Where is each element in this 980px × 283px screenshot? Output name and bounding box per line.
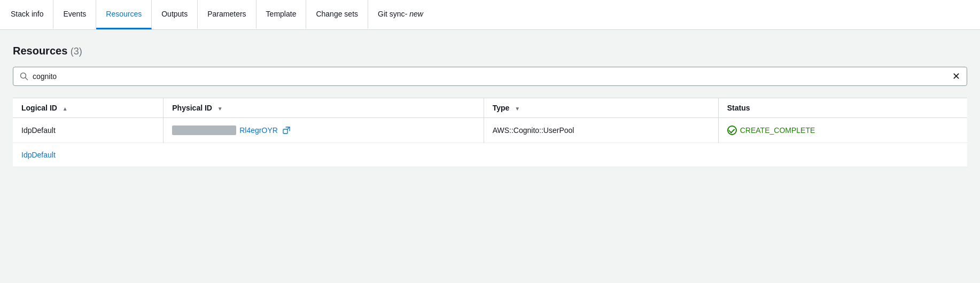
partial-row-cell: IdpDefault [13,143,967,167]
tab-parameters[interactable]: Parameters [198,0,256,29]
tab-events-label: Events [63,10,86,18]
search-icon [20,72,28,81]
tab-bar: Stack info Events Resources Outputs Para… [0,0,980,30]
tab-change-sets[interactable]: Change sets [306,0,368,29]
col-type: Type ▼ [484,98,718,118]
tab-stack-info[interactable]: Stack info [11,0,53,29]
tab-outputs[interactable]: Outputs [152,0,198,29]
col-status: Status [718,98,967,118]
tab-events[interactable]: Events [53,0,96,29]
section-count: (3) [71,46,82,57]
cell-physical-id: Rl4egrOYR [164,118,484,143]
cell-logical-id: IdpDefault [13,118,164,143]
svg-line-3 [287,128,289,130]
clear-search-icon[interactable]: ✕ [952,70,960,82]
tab-template-label: Template [266,10,297,18]
table-header-row: Logical ID ▲ Physical ID ▼ Type ▼ Status [13,98,967,118]
tab-git-sync-label: Git sync [378,10,405,18]
physical-id-link[interactable]: Rl4egrOYR [239,126,278,135]
status-complete-icon [727,125,737,135]
svg-rect-2 [283,129,287,133]
logical-id-sort-asc-icon[interactable]: ▲ [63,106,68,112]
type-sort-desc-icon[interactable]: ▼ [515,106,520,112]
tab-outputs-label: Outputs [161,10,188,18]
section-title: Resources (3) [13,45,967,57]
tab-template[interactable]: Template [256,0,307,29]
svg-line-1 [26,78,28,80]
resources-table: Logical ID ▲ Physical ID ▼ Type ▼ Status [13,98,967,167]
tab-git-sync-badge: - new [405,10,423,18]
tab-resources[interactable]: Resources [96,0,152,29]
cell-type: AWS::Cognito::UserPool [484,118,718,143]
main-content: Resources (3) ✕ Logical ID ▲ Physical ID… [0,30,980,167]
search-box: ✕ [13,67,967,86]
search-input[interactable] [33,72,948,81]
tab-change-sets-label: Change sets [316,10,358,18]
col-physical-id: Physical ID ▼ [164,98,484,118]
physical-id-sort-desc-icon[interactable]: ▼ [217,106,223,112]
tab-resources-label: Resources [106,10,142,18]
table-row-partial: IdpDefault [13,143,967,167]
table-row: IdpDefault Rl4egrOYR [13,118,967,143]
col-logical-id: Logical ID ▲ [13,98,164,118]
section-title-text: Resources [13,45,67,57]
tab-stack-info-label: Stack info [11,10,43,18]
cell-status: CREATE_COMPLETE [718,118,967,143]
status-badge: CREATE_COMPLETE [727,125,959,135]
tab-parameters-label: Parameters [207,10,246,18]
physical-id-redacted [172,125,236,135]
external-link-icon[interactable] [283,127,290,134]
tab-git-sync[interactable]: Git sync - new [368,0,433,29]
